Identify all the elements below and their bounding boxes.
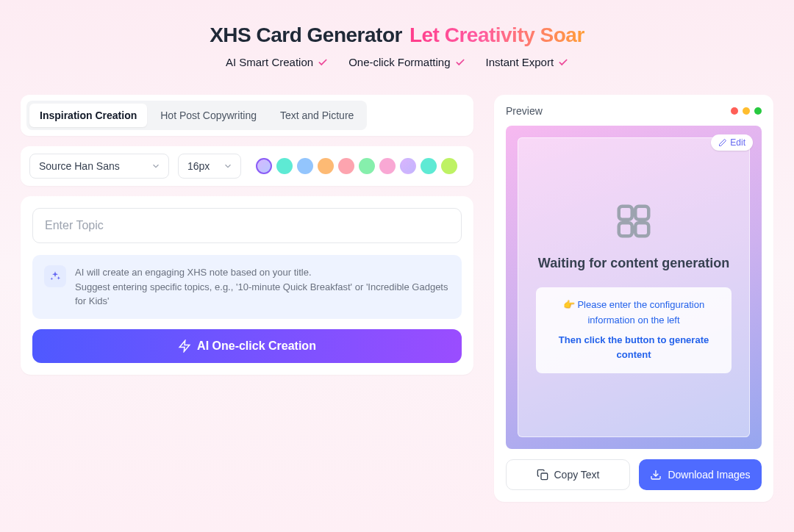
check-icon	[455, 57, 465, 68]
window-dot-yellow	[743, 107, 750, 115]
pencil-icon	[718, 138, 727, 147]
svg-rect-4	[635, 223, 648, 236]
generate-button[interactable]: AI One-click Creation	[32, 329, 462, 363]
feature-format: One-click Formatting	[348, 56, 450, 68]
window-dot-green	[754, 107, 762, 115]
check-icon	[558, 57, 568, 68]
svg-marker-0	[179, 340, 190, 351]
window-dots	[731, 107, 762, 115]
window-dot-red	[731, 107, 738, 115]
tab-hot-post[interactable]: Hot Post Copywriting	[150, 104, 267, 127]
color-swatch-0[interactable]	[256, 158, 272, 174]
instruction-line-2: Then click the button to generate conten…	[545, 333, 723, 364]
size-select[interactable]: 16px	[178, 154, 241, 179]
placeholder-title: Waiting for content generation	[538, 254, 729, 273]
preview-heading: Preview	[506, 105, 543, 117]
page-title: XHS Card Generator	[210, 24, 402, 47]
color-swatch-8[interactable]	[421, 158, 437, 174]
svg-rect-1	[619, 206, 632, 220]
color-swatch-4[interactable]	[338, 158, 354, 174]
color-swatch-9[interactable]	[441, 158, 457, 174]
download-button-label: Download Images	[668, 469, 750, 481]
download-icon	[650, 469, 662, 481]
feature-ai: AI Smart Creation	[226, 56, 313, 68]
chevron-down-icon	[223, 161, 233, 171]
lightning-icon	[178, 339, 191, 353]
download-images-button[interactable]: Download Images	[639, 459, 762, 490]
color-swatches	[256, 158, 457, 174]
hint-line-2: Suggest entering specific topics, e.g., …	[75, 280, 450, 309]
check-icon	[318, 57, 328, 68]
sparkle-icon	[44, 265, 66, 287]
generate-button-label: AI One-click Creation	[197, 339, 316, 353]
size-select-value: 16px	[187, 160, 210, 172]
mode-tabs: Inspiration Creation Hot Post Copywritin…	[26, 101, 367, 130]
tab-text-picture[interactable]: Text and Picture	[270, 104, 364, 127]
edit-button[interactable]: Edit	[711, 134, 753, 151]
font-select[interactable]: Source Han Sans	[29, 154, 169, 179]
feature-row: AI Smart Creation One-click Formatting I…	[21, 56, 773, 68]
color-swatch-5[interactable]	[359, 158, 375, 174]
font-select-value: Source Han Sans	[39, 160, 120, 172]
topic-input[interactable]	[32, 208, 462, 243]
svg-rect-3	[619, 223, 632, 236]
color-swatch-7[interactable]	[400, 158, 416, 174]
color-swatch-6[interactable]	[379, 158, 396, 174]
tab-inspiration[interactable]: Inspiration Creation	[29, 104, 147, 127]
instruction-line-1: Please enter the configuration informati…	[577, 299, 704, 326]
svg-rect-5	[541, 473, 548, 480]
pointer-emoji: 👉	[563, 299, 575, 310]
grid-placeholder-icon	[614, 201, 654, 241]
copy-text-button[interactable]: Copy Text	[506, 459, 630, 490]
color-swatch-3[interactable]	[318, 158, 334, 174]
preview-canvas: Waiting for content generation 👉 Please …	[506, 126, 762, 449]
copy-button-label: Copy Text	[554, 469, 600, 481]
chevron-down-icon	[151, 161, 161, 171]
edit-button-label: Edit	[730, 137, 745, 148]
color-swatch-2[interactable]	[297, 158, 313, 174]
color-swatch-1[interactable]	[276, 158, 293, 174]
copy-icon	[537, 469, 548, 481]
feature-export: Instant Export	[486, 56, 554, 68]
svg-rect-2	[635, 206, 648, 220]
page-subtitle: Let Creativity Soar	[409, 24, 584, 47]
hint-line-1: AI will create an engaging XHS note base…	[75, 265, 450, 280]
